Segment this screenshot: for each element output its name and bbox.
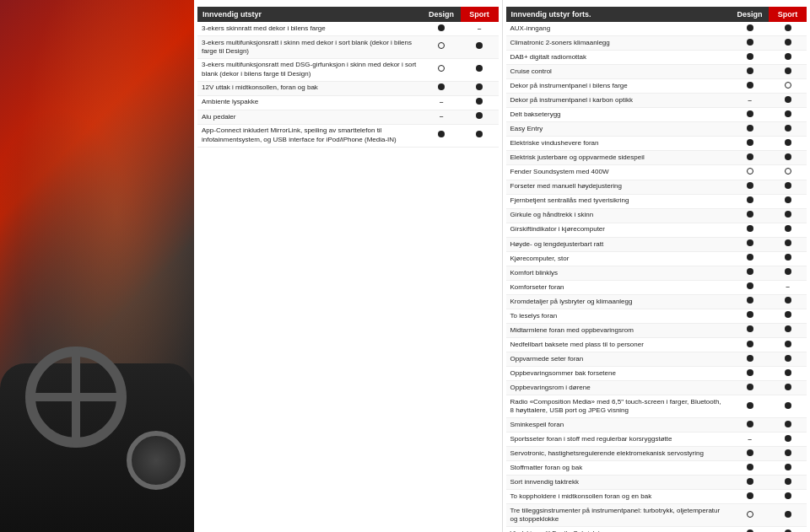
- design-indicator: [731, 280, 769, 294]
- design-indicator: [731, 367, 769, 381]
- table-row: 12V uttak i midtkonsollen, foran og bak: [197, 81, 499, 95]
- feature-label: Tre tilleggsinstrumenter på instrumentpa…: [506, 504, 732, 527]
- sport-indicator: [769, 381, 807, 395]
- car-interior-graphic: [0, 0, 194, 532]
- right-feature-table: Innvendig utstyr forts. Design Sport AUX…: [506, 7, 807, 532]
- design-indicator: [731, 504, 769, 527]
- table-row: Komforseter foran –: [506, 280, 807, 294]
- feature-label: Komforseter foran: [506, 280, 732, 294]
- sport-indicator: [769, 527, 807, 532]
- table-row: Alu pedaler –: [197, 110, 499, 124]
- feature-label: Servotronic, hastighetsregulerende elekt…: [506, 447, 732, 461]
- feature-label: Elektrisk justerbare og oppvarmede sides…: [506, 151, 732, 165]
- design-indicator: [423, 22, 461, 36]
- left-feature-table: Innvendig utstyr Design Sport 3-ekers sk…: [197, 7, 499, 148]
- table-row: Tre tilleggsinstrumenter på instrumentpa…: [506, 504, 807, 527]
- table-row: Girskiftindikator i kjørecomputer: [506, 223, 807, 237]
- sport-indicator: [769, 476, 807, 490]
- sport-indicator: [769, 266, 807, 280]
- left-table-section: Innvendig utstyr Design Sport 3-ekers sk…: [194, 0, 503, 532]
- sport-indicator: [769, 208, 807, 223]
- sport-indicator: [461, 58, 499, 81]
- table-row: Vindskjerm til Beetle Cabriolet: [506, 527, 807, 532]
- design-indicator: [731, 108, 769, 122]
- tables-container: Innvendig utstyr Design Sport 3-ekers sk…: [194, 0, 810, 532]
- feature-label: Dekor på instrumentpanel i bilens farge: [506, 79, 732, 94]
- feature-label: Stoffmatter foran og bak: [506, 461, 732, 476]
- left-table-title: Innvendig utstyr: [197, 7, 423, 22]
- feature-label: To koppholdere i midtkonsollen foran og …: [506, 490, 732, 504]
- table-row: Cruise control: [506, 65, 807, 79]
- design-indicator: [423, 124, 461, 147]
- table-row: Stoffmatter foran og bak: [506, 461, 807, 476]
- table-row: Dekor på instrumentpanel i karbon optikk…: [506, 94, 807, 108]
- right-design-header: Design: [731, 7, 769, 22]
- table-row: Fjernbetjent sentrallås med tyverisikrin…: [506, 194, 807, 208]
- sport-indicator: –: [461, 22, 499, 36]
- feature-label: Komfort blinklys: [506, 266, 732, 280]
- table-row: Oppbevaringsrom i dørene: [506, 381, 807, 395]
- table-row: To leselys foran: [506, 309, 807, 323]
- feature-label: Vindskjerm til Beetle Cabriolet: [506, 527, 732, 532]
- steering-wheel-graphic: [25, 347, 127, 448]
- feature-label: Oppbevaringsommer bak forsetene: [506, 367, 732, 381]
- sport-indicator: [769, 165, 807, 180]
- sport-indicator: [769, 504, 807, 527]
- table-row: Fender Soundsystem med 400W: [506, 165, 807, 180]
- sport-indicator: [769, 36, 807, 51]
- sport-indicator: [769, 395, 807, 418]
- sport-indicator: [769, 22, 807, 36]
- design-indicator: [731, 22, 769, 36]
- design-indicator: [423, 58, 461, 81]
- sport-indicator: [769, 223, 807, 237]
- feature-label: Cruise control: [506, 65, 732, 79]
- right-table-title: Innvendig utstyr forts.: [506, 7, 732, 22]
- sport-indicator: [769, 151, 807, 165]
- feature-label: Delt bakseterygg: [506, 108, 732, 122]
- design-indicator: [731, 165, 769, 180]
- design-indicator: [731, 490, 769, 504]
- feature-label: Kromdetaljer på lysbryter og klimaanlegg: [506, 294, 732, 309]
- table-row: Kromdetaljer på lysbryter og klimaanlegg: [506, 294, 807, 309]
- feature-label: Sort innvendig taktrekk: [506, 476, 732, 490]
- feature-label: To leselys foran: [506, 309, 732, 323]
- right-sport-header: Sport: [769, 7, 807, 22]
- feature-label: Fjernbetjent sentrallås med tyverisikrin…: [506, 194, 732, 208]
- design-indicator: [731, 223, 769, 237]
- feature-label: Høyde- og lengdejusterbart ratt: [506, 237, 732, 251]
- feature-label: Nedfellbart baksete med plass til to per…: [506, 338, 732, 352]
- table-row: Nedfellbart baksete med plass til to per…: [506, 338, 807, 352]
- table-row: 3-ekers skinnratt med dekor i bilens far…: [197, 22, 499, 36]
- table-row: Forseter med manuell høydejustering: [506, 180, 807, 194]
- design-indicator: [731, 527, 769, 532]
- table-row: Midtarmlene foran med oppbevaringsrom: [506, 323, 807, 337]
- table-row: Oppvarmede seter foran: [506, 352, 807, 367]
- feature-label: 3-ekers multifunksjonsratt i skinn med d…: [197, 36, 423, 59]
- feature-label: Alu pedaler: [197, 110, 423, 124]
- sport-indicator: [769, 338, 807, 352]
- sport-indicator: [769, 122, 807, 137]
- sport-indicator: [769, 108, 807, 122]
- sport-indicator: [769, 433, 807, 447]
- table-row: Høyde- og lengdejusterbart ratt: [506, 237, 807, 251]
- table-row: Sort innvendig taktrekk: [506, 476, 807, 490]
- design-indicator: [423, 81, 461, 95]
- feature-label: Girkule og håndtrekk i skinn: [506, 208, 732, 223]
- sport-indicator: [769, 367, 807, 381]
- feature-label: AUX-inngang: [506, 22, 732, 36]
- sport-indicator: [461, 110, 499, 124]
- table-row: Easy Entry: [506, 122, 807, 137]
- sport-indicator: [769, 194, 807, 208]
- design-indicator: –: [731, 94, 769, 108]
- sport-indicator: [769, 237, 807, 251]
- feature-label: DAB+ digitalt radiomottak: [506, 51, 732, 65]
- sport-indicator: [461, 124, 499, 147]
- sport-indicator: [769, 309, 807, 323]
- design-indicator: [731, 180, 769, 194]
- feature-label: Ambiente lyspakke: [197, 95, 423, 110]
- design-indicator: [731, 79, 769, 94]
- table-row: Elektriske vindushevere foran: [506, 137, 807, 151]
- design-indicator: [731, 309, 769, 323]
- table-row: App-Connect inkludert MirrorLink, speili…: [197, 124, 499, 147]
- design-indicator: [731, 122, 769, 137]
